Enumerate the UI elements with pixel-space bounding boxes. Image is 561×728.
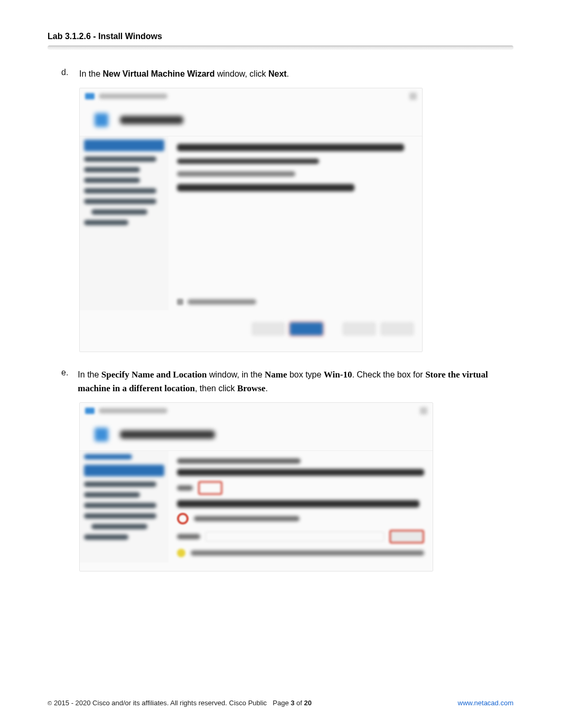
banner-icon xyxy=(95,428,108,441)
step-e-b1: Specify Name and Location xyxy=(101,370,207,380)
sidebar-item xyxy=(91,209,147,215)
wizard-sidebar xyxy=(80,136,169,310)
window-icon xyxy=(85,93,95,99)
name-label-blur xyxy=(177,485,193,491)
sidebar-item xyxy=(91,524,147,529)
content-line xyxy=(177,184,354,191)
store-row xyxy=(177,513,424,524)
step-e-label: e. xyxy=(61,368,68,395)
name-row xyxy=(177,481,424,495)
sidebar-item xyxy=(84,220,128,225)
step-d-p2: window, click xyxy=(215,69,268,78)
window-title-blur xyxy=(99,408,167,413)
warning-icon xyxy=(177,549,185,557)
sidebar-item xyxy=(84,454,132,459)
browse-button-highlight xyxy=(389,530,424,543)
page-prefix: Page xyxy=(273,699,291,707)
wizard-footer xyxy=(80,316,422,342)
step-e-p4: . Check the box for xyxy=(352,370,425,379)
step-d-text: In the New Virtual Machine Wizard window… xyxy=(79,68,289,80)
sidebar-item xyxy=(84,167,140,172)
sidebar-item xyxy=(84,199,156,204)
location-label-blur xyxy=(177,534,200,539)
screenshot-wizard-next xyxy=(79,88,423,352)
step-e-b3: Win-10 xyxy=(324,370,352,380)
wizard-sidebar xyxy=(80,451,169,563)
warning-row xyxy=(177,549,424,557)
content-line xyxy=(177,458,301,464)
banner-icon xyxy=(95,113,108,127)
sidebar-active-item xyxy=(84,140,164,151)
finish-button-blur xyxy=(343,322,376,335)
step-d-b1: New Virtual Machine Wizard xyxy=(102,69,214,78)
wizard-content xyxy=(169,451,433,563)
sidebar-item xyxy=(84,513,156,519)
banner-heading-blur xyxy=(120,430,215,439)
sidebar-item xyxy=(84,535,128,540)
step-e-p1: In the xyxy=(78,370,101,379)
step-d: d. In the New Virtual Machine Wizard win… xyxy=(61,68,513,80)
content-line xyxy=(177,469,424,476)
location-input-blur xyxy=(205,532,384,541)
location-row xyxy=(177,530,424,543)
page-of: of xyxy=(294,699,304,707)
step-e-p2: window, in the xyxy=(207,370,265,379)
close-icon xyxy=(409,93,417,100)
content-line xyxy=(177,500,419,508)
step-d-p3: . xyxy=(287,69,289,78)
name-input-highlight xyxy=(198,481,222,495)
step-d-b2: Next xyxy=(268,69,287,78)
sidebar-item xyxy=(84,492,140,497)
step-d-label: d. xyxy=(61,68,70,80)
page-number: Page 3 of 20 xyxy=(273,699,312,707)
next-button-blur xyxy=(290,322,323,335)
sidebar-item xyxy=(84,178,140,183)
warning-text-blur xyxy=(191,550,424,556)
step-e-p3: box type xyxy=(287,370,323,379)
step-e-b2: Name xyxy=(265,370,287,380)
page-total: 20 xyxy=(304,699,312,707)
page-title: Lab 3.1.2.6 - Install Windows xyxy=(48,32,513,45)
sidebar-item xyxy=(84,188,156,193)
step-d-p1: In the xyxy=(79,69,102,78)
content-line xyxy=(177,144,404,151)
step-e-p6: . xyxy=(266,384,268,393)
step-e-text: In the Specify Name and Location window,… xyxy=(78,368,513,395)
cancel-button-blur xyxy=(381,322,414,335)
window-title-blur xyxy=(99,94,167,99)
copyright: © 2015 - 2020 Cisco and/or its affiliate… xyxy=(48,699,267,707)
sidebar-item xyxy=(84,156,156,162)
sidebar-item xyxy=(84,503,156,508)
checkbox-label-blur xyxy=(194,516,300,521)
netacad-link[interactable]: www.netacad.com xyxy=(458,699,514,707)
header-divider xyxy=(48,45,513,50)
checkbox-highlight xyxy=(177,513,189,524)
step-e-b5: Browse xyxy=(237,383,266,393)
checkbox-label-blur xyxy=(188,299,256,305)
checkbox-row xyxy=(177,299,414,305)
copyright-symbol: © xyxy=(48,700,52,706)
window-icon xyxy=(85,408,95,414)
sidebar-item xyxy=(84,482,156,487)
screenshot-name-location xyxy=(79,402,433,572)
checkbox-icon xyxy=(177,299,183,305)
step-e: e. In the Specify Name and Location wind… xyxy=(61,368,513,395)
page-footer: © 2015 - 2020 Cisco and/or its affiliate… xyxy=(48,699,513,707)
banner-heading-blur xyxy=(120,116,183,124)
sidebar-active-item xyxy=(84,465,164,476)
content-line xyxy=(177,171,295,177)
wizard-content xyxy=(169,136,422,310)
close-icon xyxy=(420,407,427,414)
content-line xyxy=(177,159,319,164)
copyright-text: 2015 - 2020 Cisco and/or its affiliates.… xyxy=(54,699,267,707)
previous-button-blur xyxy=(252,322,285,335)
step-e-p5: , then click xyxy=(195,384,237,393)
